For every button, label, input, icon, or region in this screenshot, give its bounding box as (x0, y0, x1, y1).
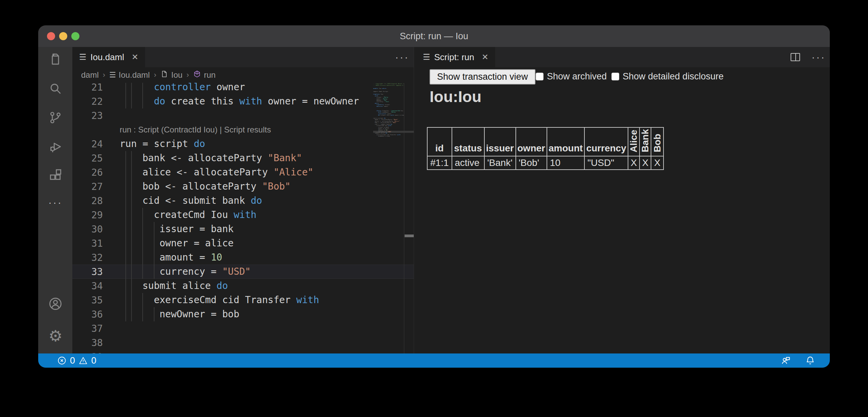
feedback-icon[interactable] (780, 355, 791, 366)
indent-guide (125, 279, 126, 293)
code-line[interactable]: 30 issuer = bank (72, 222, 414, 236)
indent-guide (125, 236, 126, 250)
code-line[interactable]: 26 alice <- allocateParty "Alice" (72, 165, 414, 179)
code-line[interactable]: 32 amount = 10 (72, 250, 414, 265)
code-line-text: cid <- submit bank do (120, 194, 262, 208)
breadcrumb-separator: › (154, 71, 156, 79)
show-transaction-view-button[interactable]: Show transaction view (430, 69, 535, 84)
notifications-bell-icon[interactable] (805, 355, 816, 366)
breadcrumb-item-file[interactable]: ☰ Iou.daml (109, 70, 150, 80)
extensions-icon[interactable] (48, 167, 63, 182)
more-views-icon[interactable]: ··· (48, 195, 63, 210)
show-archived-checkbox[interactable] (536, 73, 544, 80)
code-line-text: bank <- allocateParty "Bank" (120, 151, 302, 165)
overview-ruler-cursor-marker (405, 235, 414, 237)
breadcrumb-item-module[interactable]: Iou (160, 70, 182, 80)
search-icon[interactable] (48, 81, 63, 96)
code-line[interactable]: 34 submit alice do (72, 279, 414, 293)
line-number: 27 (72, 181, 103, 192)
indent-guide (131, 279, 132, 293)
contract-cell: active (452, 156, 484, 170)
code-line[interactable]: 39 (72, 350, 414, 353)
code-line[interactable]: 27 bob <- allocateParty "Bob" (72, 179, 414, 194)
code-line-text: controller owner (120, 83, 245, 94)
minimap-current-line-highlight (373, 131, 414, 133)
editor-more-actions[interactable]: ··· (395, 47, 409, 67)
codelens-text: run : Script (ContractId Iou) | Script r… (120, 125, 271, 134)
account-icon[interactable] (48, 296, 63, 312)
indent-guide (125, 83, 126, 94)
contract-cell: 'Bob' (516, 156, 547, 170)
close-tab-icon[interactable]: ✕ (131, 52, 138, 62)
indent-guide (131, 83, 132, 94)
indent-guide (125, 165, 126, 179)
code-line[interactable]: 38 (72, 336, 414, 350)
status-bar-right (780, 355, 816, 366)
line-number: 35 (72, 295, 103, 306)
code-line-text: do create this with owner = newOwner (120, 94, 359, 108)
problems-status[interactable]: 0 0 (57, 355, 96, 366)
code-line-text: submit alice do (120, 279, 228, 293)
minimap[interactable]: -- Copyright (c) 2023 Digital Asset (Swi… (373, 83, 404, 144)
breadcrumb-item-symbol-run[interactable]: run (193, 70, 216, 80)
indent-guide (125, 194, 126, 208)
code-line-text: alice <- allocateParty "Alice" (120, 165, 313, 179)
indent-guide (131, 94, 132, 108)
explorer-icon[interactable] (48, 51, 63, 67)
code-line[interactable]: 28 cid <- submit bank do (72, 194, 414, 208)
code-line[interactable]: 25 bank <- allocateParty "Bank" (72, 151, 414, 165)
indent-guide (131, 151, 132, 165)
close-tab-icon[interactable]: ✕ (482, 52, 488, 62)
code-editor[interactable]: 21 controller owner22 do create this wit… (72, 83, 414, 353)
code-line[interactable]: 36 newOwner = bob (72, 307, 414, 321)
editor-group-sash[interactable] (414, 47, 416, 353)
line-number: 34 (72, 280, 103, 292)
tab-iou-daml[interactable]: ☰ Iou.daml ✕ (72, 47, 145, 67)
column-header-amount: amount (547, 127, 584, 156)
code-line-text: amount = 10 (120, 250, 222, 265)
code-line-text: owner = alice (120, 236, 234, 250)
code-line[interactable]: 31 owner = alice (72, 236, 414, 250)
code-line-text: exerciseCmd cid Transfer with (120, 293, 319, 307)
indent-guide (125, 250, 126, 265)
settings-gear-icon[interactable]: ⚙ (48, 328, 63, 344)
line-number: 22 (72, 96, 103, 107)
code-line[interactable]: 21 controller owner (72, 83, 414, 94)
show-detailed-disclosure-checkbox[interactable] (611, 73, 619, 80)
indent-guide (131, 194, 132, 208)
indent-guide (125, 222, 126, 236)
split-editor-icon[interactable] (791, 53, 800, 61)
overview-ruler (404, 83, 404, 353)
file-list-icon: ☰ (423, 52, 430, 62)
tab-script-run[interactable]: ☰ Script: run ✕ (416, 47, 495, 67)
line-number: 21 (72, 83, 103, 93)
code-line[interactable]: 35 exerciseCmd cid Transfer with (72, 293, 414, 307)
line-number: 24 (72, 139, 103, 150)
line-number: 32 (72, 252, 103, 263)
breadcrumb-item-daml[interactable]: daml (81, 70, 99, 80)
indent-guide (154, 250, 154, 265)
editor-tab-bar: ☰ Iou.daml ✕ ··· (72, 47, 414, 67)
indent-guide (125, 94, 126, 108)
indent-guide (131, 208, 132, 222)
tab-label: Iou.daml (91, 52, 124, 63)
indent-guide (125, 151, 126, 165)
code-line[interactable]: 24run = script do (72, 137, 414, 151)
code-line[interactable]: 23 (72, 108, 414, 123)
indent-guide (142, 83, 143, 94)
indent-guide (154, 307, 154, 321)
code-line[interactable]: 22 do create this with owner = newOwner (72, 94, 414, 108)
activity-bar: ··· ⚙ (38, 47, 72, 353)
indent-guide (142, 94, 143, 108)
codelens[interactable]: run : Script (ContractId Iou) | Script r… (72, 123, 414, 137)
indent-guide (142, 265, 143, 279)
line-number: 36 (72, 309, 103, 320)
run-and-debug-icon[interactable] (48, 139, 63, 154)
code-line[interactable]: 37 (72, 321, 414, 336)
breadcrumb-separator: › (187, 71, 189, 79)
code-line[interactable]: 33 currency = "USD" (72, 265, 414, 279)
source-control-icon[interactable] (48, 110, 63, 125)
more-actions-icon[interactable]: ··· (812, 51, 826, 63)
warning-icon (78, 356, 88, 365)
code-line[interactable]: 29 createCmd Iou with (72, 208, 414, 222)
